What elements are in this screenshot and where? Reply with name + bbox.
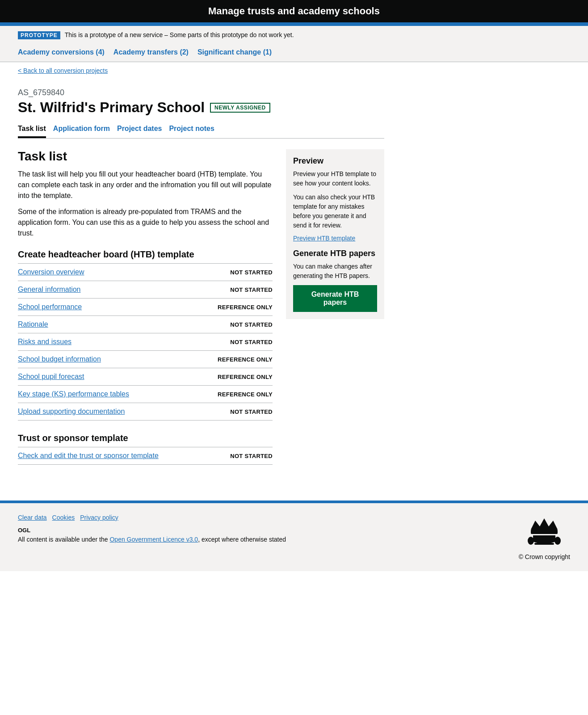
task-status-0: NOT STARTED (184, 264, 273, 281)
task-link-upload-docs[interactable]: Upload supporting documentation (18, 408, 125, 415)
tab-project-notes[interactable]: Project notes (169, 125, 214, 138)
project-title: St. Wilfrid's Primary School (18, 99, 205, 116)
svg-point-5 (528, 537, 534, 545)
ogl-link[interactable]: Open Government Licence v3.0 (109, 536, 198, 543)
footer-links: Clear data Cookies Privacy policy (18, 514, 510, 521)
footer-left: Clear data Cookies Privacy policy OGL Al… (18, 514, 510, 544)
task-status-7: REFERENCE ONLY (184, 386, 273, 403)
trust-task-table: Check and edit the trust or sponsor temp… (18, 447, 273, 465)
content-main: Task list The task list will help you fi… (18, 149, 273, 465)
svg-rect-4 (534, 543, 554, 545)
footer-ogl: OGL All content is available under the O… (18, 526, 510, 544)
task-link-conversion-overview[interactable]: Conversion overview (18, 268, 84, 276)
preview-heading: Preview (293, 156, 377, 166)
nav-tab-academy-transfers[interactable]: Academy transfers (2) (113, 48, 189, 62)
footer-link-clear-data[interactable]: Clear data (18, 514, 47, 521)
crown-copyright-text: © Crown copyright (519, 553, 570, 560)
table-row: School performance REFERENCE ONLY (18, 299, 273, 316)
back-link-container: Back to all conversion projects (0, 62, 588, 79)
ogl-suffix: , except where otherwise stated (198, 536, 286, 543)
blue-bar (0, 22, 588, 26)
task-link-school-budget[interactable]: School budget information (18, 355, 101, 363)
task-status-5: REFERENCE ONLY (184, 351, 273, 368)
svg-point-6 (554, 537, 561, 545)
ogl-text: All content is available under the (18, 536, 109, 543)
task-link-key-stage[interactable]: Key stage (KS) performance tables (18, 390, 129, 398)
generate-text: You can make changes after generating th… (293, 262, 377, 281)
page-tabs: Task list Application form Project dates… (18, 125, 384, 139)
svg-marker-0 (531, 518, 558, 530)
task-link-trust-template[interactable]: Check and edit the trust or sponsor temp… (18, 452, 159, 459)
trust-section-heading: Trust or sponsor template (18, 433, 273, 443)
table-row: Key stage (KS) performance tables REFERE… (18, 386, 273, 403)
task-link-school-pupil[interactable]: School pupil forecast (18, 373, 84, 380)
content-layout: Task list The task list will help you fi… (18, 149, 384, 465)
preview-htb-link[interactable]: Preview HTB template (293, 235, 377, 242)
tasklist-heading: Task list (18, 149, 273, 164)
table-row: Conversion overview NOT STARTED (18, 264, 273, 281)
svg-point-3 (545, 536, 552, 541)
table-row: Risks and issues NOT STARTED (18, 333, 273, 351)
task-link-risks-issues[interactable]: Risks and issues (18, 338, 71, 345)
task-status-4: NOT STARTED (184, 333, 273, 351)
task-status-6: REFERENCE ONLY (184, 368, 273, 386)
footer: Clear data Cookies Privacy policy OGL Al… (0, 500, 588, 571)
crown-logo-icon (526, 514, 562, 550)
trust-task-status-0: NOT STARTED (184, 447, 273, 465)
back-link[interactable]: Back to all conversion projects (18, 67, 108, 74)
tab-application-form[interactable]: Application form (53, 125, 110, 138)
prototype-message: This is a prototype of a new service – S… (65, 31, 294, 38)
ogl-label: OGL (18, 527, 30, 534)
main-content: AS_6759840 St. Wilfrid's Primary School … (0, 88, 402, 483)
task-link-rationale[interactable]: Rationale (18, 320, 48, 328)
status-badge: NEWLY ASSIGNED (210, 103, 270, 113)
tab-task-list[interactable]: Task list (18, 125, 46, 138)
nav-tab-academy-conversions[interactable]: Academy conversions (4) (18, 48, 105, 62)
prototype-tag: PROTOTYPE (18, 31, 60, 39)
htb-section-heading: Create headteacher board (HTB) template (18, 249, 273, 260)
preview-text1: Preview your HTB template to see how you… (293, 169, 377, 188)
tab-project-dates[interactable]: Project dates (117, 125, 162, 138)
generate-heading: Generate HTB papers (293, 249, 377, 258)
table-row: Rationale NOT STARTED (18, 316, 273, 333)
task-status-2: REFERENCE ONLY (184, 299, 273, 316)
generate-htb-button[interactable]: Generate HTB papers (293, 285, 377, 312)
footer-right: © Crown copyright (519, 514, 570, 560)
site-title: Manage trusts and academy schools (9, 5, 579, 17)
task-status-3: NOT STARTED (184, 316, 273, 333)
task-link-general-information[interactable]: General information (18, 286, 81, 293)
project-title-row: St. Wilfrid's Primary School NEWLY ASSIG… (18, 99, 384, 116)
preview-text2: You can also check your HTB template for… (293, 193, 377, 230)
svg-point-2 (536, 536, 543, 541)
site-header: Manage trusts and academy schools (0, 0, 588, 26)
task-link-school-performance[interactable]: School performance (18, 303, 82, 311)
table-row: General information NOT STARTED (18, 281, 273, 299)
table-row: School budget information REFERENCE ONLY (18, 351, 273, 368)
task-status-8: NOT STARTED (184, 403, 273, 421)
tasklist-intro2: Some of the information is already pre-p… (18, 206, 273, 239)
project-id: AS_6759840 (18, 88, 384, 97)
nav-tab-significant-change[interactable]: Significant change (1) (197, 48, 272, 62)
sidebar: Preview Preview your HTB template to see… (286, 149, 384, 319)
footer-link-privacy[interactable]: Privacy policy (80, 514, 118, 521)
table-row: Check and edit the trust or sponsor temp… (18, 447, 273, 465)
table-row: Upload supporting documentation NOT STAR… (18, 403, 273, 421)
svg-rect-1 (531, 530, 558, 534)
nav-tabs: Academy conversions (4) Academy transfer… (0, 45, 588, 62)
table-row: School pupil forecast REFERENCE ONLY (18, 368, 273, 386)
footer-link-cookies[interactable]: Cookies (52, 514, 75, 521)
htb-task-table: Conversion overview NOT STARTED General … (18, 263, 273, 421)
tasklist-intro1: The task list will help you fill out you… (18, 169, 273, 201)
prototype-banner: PROTOTYPE This is a prototype of a new s… (0, 26, 588, 45)
task-status-1: NOT STARTED (184, 281, 273, 299)
